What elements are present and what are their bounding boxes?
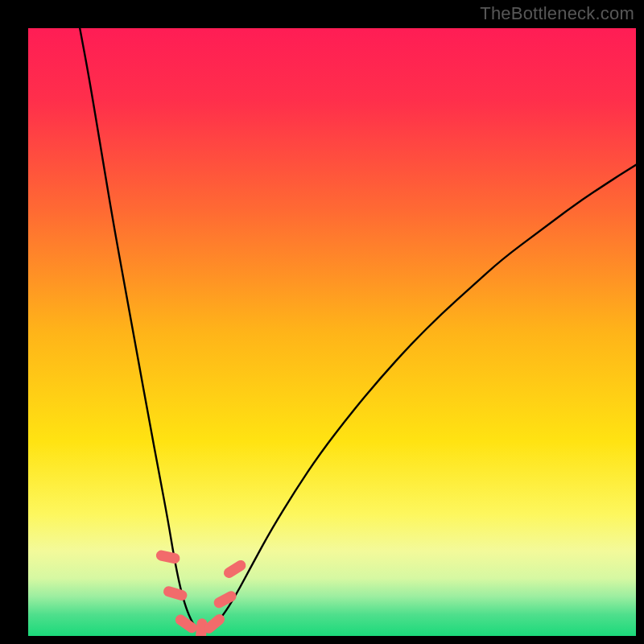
highlight-pill (173, 613, 199, 635)
highlight-markers (155, 549, 248, 636)
bottleneck-curve (80, 28, 636, 631)
highlight-pill (162, 585, 188, 602)
highlight-pill (222, 558, 248, 580)
chart-frame: TheBottleneck.com (0, 0, 644, 644)
plot-area (28, 28, 636, 636)
highlight-pill (155, 549, 181, 564)
curve-layer (28, 28, 636, 636)
highlight-pill (212, 589, 238, 610)
watermark-label: TheBottleneck.com (480, 3, 634, 24)
